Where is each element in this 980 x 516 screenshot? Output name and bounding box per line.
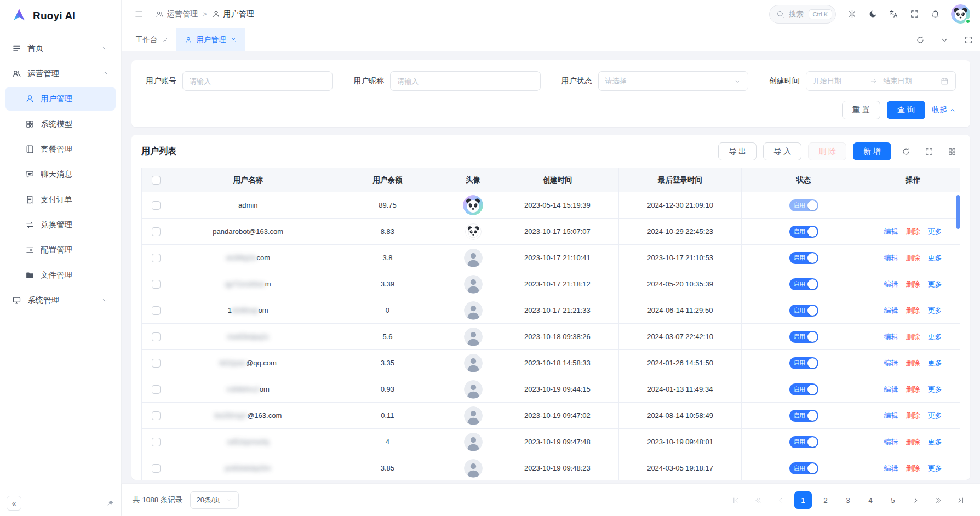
delete-link[interactable]: 删除 (906, 411, 920, 420)
fullscreen-icon[interactable] (905, 5, 924, 24)
tab-menu-chevron-icon[interactable] (932, 28, 956, 51)
global-search[interactable]: 搜索 Ctrl K (769, 5, 836, 24)
add-button[interactable]: 新 增 (853, 142, 891, 160)
table-fullscreen-icon[interactable] (921, 144, 937, 160)
filter-status-select[interactable]: 请选择 (598, 71, 748, 91)
sidebar-item-system-model[interactable]: 系统模型 (5, 112, 116, 136)
edit-link[interactable]: 编辑 (884, 227, 898, 236)
notifications-bell-icon[interactable] (926, 5, 944, 24)
filter-nickname-input[interactable] (390, 71, 540, 91)
more-link[interactable]: 更多 (928, 464, 942, 472)
row-checkbox[interactable] (152, 438, 161, 446)
more-link[interactable]: 更多 (928, 332, 942, 341)
search-button[interactable]: 查 询 (887, 101, 925, 119)
status-toggle[interactable]: 启用 (789, 383, 818, 395)
tab-fullscreen-icon[interactable] (956, 28, 980, 51)
status-toggle[interactable]: 启用 (789, 357, 818, 369)
delete-link[interactable]: 删除 (906, 280, 920, 288)
table-scrollbar[interactable] (956, 193, 960, 478)
row-checkbox[interactable] (152, 464, 161, 473)
status-toggle[interactable]: 启用 (789, 462, 818, 474)
brand[interactable]: Ruoyi AI (0, 0, 121, 32)
tab-close-icon[interactable] (231, 37, 237, 43)
status-toggle[interactable]: 启用 (789, 331, 818, 343)
more-link[interactable]: 更多 (928, 227, 942, 236)
page-1-button[interactable]: 1 (794, 491, 812, 509)
delete-link[interactable]: 删除 (906, 385, 920, 393)
edit-link[interactable]: 编辑 (884, 306, 898, 314)
settings-gear-icon[interactable] (843, 5, 861, 24)
page-3-button[interactable]: 3 (839, 491, 857, 509)
edit-link[interactable]: 编辑 (884, 280, 898, 288)
edit-link[interactable]: 编辑 (884, 438, 898, 446)
table-columns-icon[interactable] (944, 144, 960, 160)
sidebar-section-home[interactable]: 首页 (5, 36, 116, 60)
row-checkbox[interactable] (152, 280, 161, 289)
import-button[interactable]: 导 入 (763, 142, 801, 160)
edit-link[interactable]: 编辑 (884, 332, 898, 341)
filter-created-daterange[interactable]: 开始日期 结束日期 (806, 71, 956, 91)
sidebar-collapse-button[interactable]: « (7, 496, 21, 511)
language-translate-icon[interactable] (884, 5, 903, 24)
more-link[interactable]: 更多 (928, 359, 942, 367)
dark-mode-moon-icon[interactable] (863, 5, 882, 24)
sidebar-item-user-management[interactable]: 用户管理 (5, 87, 116, 111)
prev-group-button[interactable] (749, 491, 767, 509)
delete-link[interactable]: 删除 (906, 227, 920, 236)
edit-link[interactable]: 编辑 (884, 359, 898, 367)
table-refresh-icon[interactable] (898, 144, 914, 160)
collapse-filters-link[interactable]: 收起 (932, 105, 956, 115)
status-toggle[interactable]: 启用 (789, 199, 818, 211)
sidebar-item-file-management[interactable]: 文件管理 (5, 263, 116, 287)
tab-workbench[interactable]: 工作台 (127, 28, 176, 51)
edit-link[interactable]: 编辑 (884, 254, 898, 262)
sidebar-item-payment-orders[interactable]: 支付订单 (5, 187, 116, 211)
delete-link[interactable]: 删除 (906, 438, 920, 446)
status-toggle[interactable]: 启用 (789, 436, 818, 448)
sidebar-item-config-management[interactable]: 配置管理 (5, 238, 116, 262)
page-2-button[interactable]: 2 (817, 491, 834, 509)
sidebar-item-package-management[interactable]: 套餐管理 (5, 137, 116, 161)
sidebar-item-chat-messages[interactable]: 聊天消息 (5, 162, 116, 186)
status-toggle[interactable]: 启用 (789, 410, 818, 422)
more-link[interactable]: 更多 (928, 254, 942, 262)
status-toggle[interactable]: 启用 (789, 305, 818, 317)
more-link[interactable]: 更多 (928, 385, 942, 393)
breadcrumb-item-user-management[interactable]: 用户管理 (212, 9, 254, 19)
row-checkbox[interactable] (152, 306, 161, 315)
more-link[interactable]: 更多 (928, 306, 942, 314)
next-group-button[interactable] (929, 491, 947, 509)
edit-link[interactable]: 编辑 (884, 464, 898, 472)
hamburger-menu-icon[interactable] (129, 5, 148, 24)
user-avatar[interactable] (951, 4, 970, 24)
sidebar-section-operations[interactable]: 运营管理 (5, 61, 116, 85)
more-link[interactable]: 更多 (928, 411, 942, 420)
select-all-checkbox[interactable] (152, 176, 161, 185)
delete-link[interactable]: 删除 (906, 464, 920, 472)
tab-refresh-icon[interactable] (908, 28, 932, 51)
delete-link[interactable]: 删除 (906, 359, 920, 367)
last-page-button[interactable] (952, 491, 969, 509)
row-checkbox[interactable] (152, 227, 161, 236)
delete-link[interactable]: 删除 (906, 254, 920, 262)
row-checkbox[interactable] (152, 411, 161, 420)
first-page-button[interactable] (727, 491, 744, 509)
edit-link[interactable]: 编辑 (884, 411, 898, 420)
edit-link[interactable]: 编辑 (884, 385, 898, 393)
page-size-select[interactable]: 20条/页 (190, 491, 239, 509)
row-checkbox[interactable] (152, 385, 161, 394)
reset-button[interactable]: 重 置 (842, 101, 880, 119)
status-toggle[interactable]: 启用 (789, 278, 818, 290)
more-link[interactable]: 更多 (928, 280, 942, 288)
prev-page-button[interactable] (772, 491, 789, 509)
filter-account-input[interactable] (182, 71, 333, 91)
row-checkbox[interactable] (152, 201, 161, 210)
delete-button[interactable]: 删 除 (808, 142, 846, 160)
sidebar-section-system-management[interactable]: 系统管理 (5, 288, 116, 312)
more-link[interactable]: 更多 (928, 438, 942, 446)
pin-sidebar-icon[interactable] (106, 499, 114, 507)
status-toggle[interactable]: 启用 (789, 252, 818, 264)
row-checkbox[interactable] (152, 254, 161, 262)
scrollbar-thumb[interactable] (956, 195, 960, 229)
page-5-button[interactable]: 5 (884, 491, 902, 509)
